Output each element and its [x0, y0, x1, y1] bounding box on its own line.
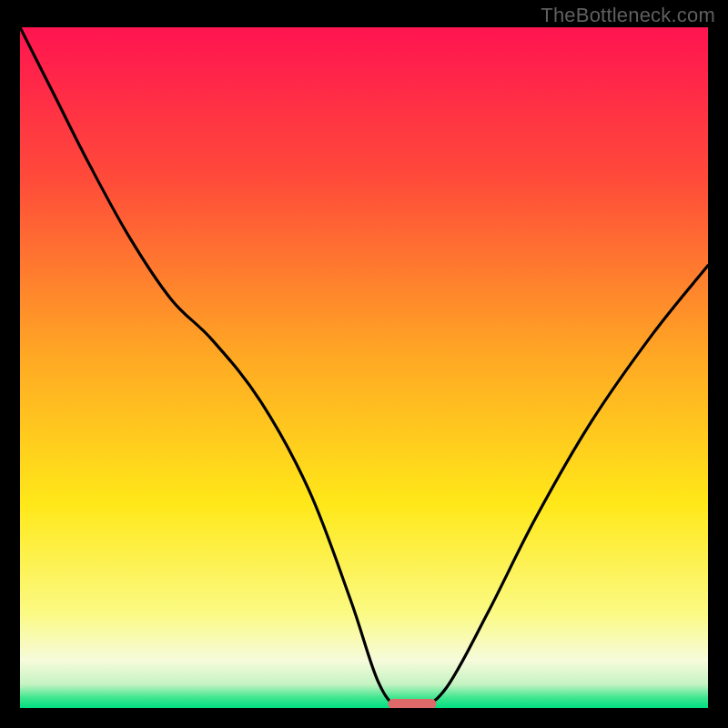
- optimum-marker: [388, 699, 436, 708]
- chart-frame: TheBottleneck.com: [0, 0, 728, 728]
- bottleneck-plot: [20, 27, 708, 708]
- watermark-label: TheBottleneck.com: [541, 4, 715, 27]
- gradient-background: [20, 27, 708, 708]
- plot-svg: [20, 27, 708, 708]
